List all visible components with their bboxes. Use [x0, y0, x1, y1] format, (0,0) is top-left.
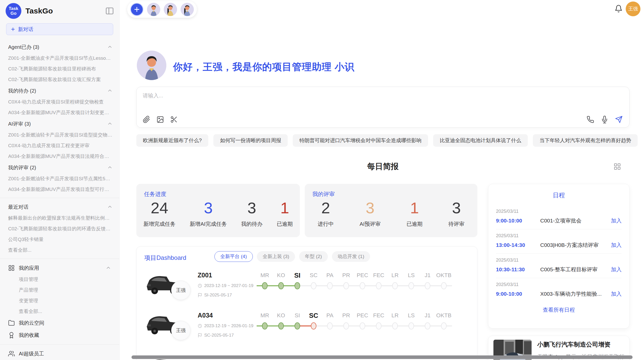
dashboard-filter-chip[interactable]: 动总开发 (1) — [332, 251, 370, 262]
join-link[interactable]: 加入 — [611, 290, 622, 297]
sidebar-task-item[interactable]: C0X4-动力总成开发项目工程变更评审 — [0, 140, 119, 151]
milestone-node[interactable] — [311, 322, 316, 329]
milestone-node[interactable] — [327, 322, 333, 329]
dashboard-filter-chip[interactable]: 全新上装 (3) — [257, 251, 295, 262]
join-link[interactable]: 加入 — [611, 242, 622, 249]
session-avatar-1[interactable] — [147, 3, 160, 16]
milestone-node[interactable] — [441, 322, 447, 329]
suggestion-chip[interactable]: 当下年轻人对汽车外观有怎样的喜好趋势 — [533, 134, 638, 147]
recent-chat-item[interactable]: C02-飞腾新能源轻客改款项目的闭环通告反馈情况 — [0, 223, 119, 234]
send-icon[interactable] — [615, 116, 623, 123]
sidebar-item-folder[interactable]: 我的云空间 — [0, 317, 119, 329]
sidebar-task-item[interactable]: A034-全新新能源MUV产品开发项目法规符合性评审 — [0, 151, 119, 162]
suggestion-chip[interactable]: 比亚迪全固态电池计划具体说了什么 — [433, 134, 528, 147]
notification-bell-icon[interactable] — [614, 5, 623, 13]
suggestion-chip[interactable]: 欧洲新规最近颁布了什么? — [136, 134, 208, 147]
sidebar-task-item[interactable]: C0X4-动力总成开发项目SI里程碑提交物检查 — [0, 97, 119, 107]
suggestion-chip[interactable]: 如何写一份清晰的项目周报 — [213, 134, 288, 147]
owner-avatar[interactable]: 王强 — [171, 281, 191, 300]
image-attach-icon[interactable] — [156, 116, 164, 123]
join-link[interactable]: 加入 — [611, 217, 622, 224]
sidebar-task-item[interactable]: C02-飞腾新能源轻客改款项目里程碑画布 — [0, 64, 119, 74]
milestone-label: FEC — [371, 311, 387, 320]
chevron-up-icon[interactable] — [107, 204, 113, 210]
milestone-node[interactable] — [408, 282, 414, 289]
milestone-node[interactable] — [360, 322, 365, 329]
recent-chats-header[interactable]: 最近对话 — [0, 201, 119, 213]
owner-avatar[interactable]: 王强 — [171, 321, 191, 340]
sidebar-section-header[interactable]: 我的评审 (2) — [0, 162, 119, 173]
milestone-node[interactable] — [392, 282, 398, 289]
chevron-up-icon[interactable] — [107, 121, 113, 127]
chevron-up-icon[interactable] — [106, 265, 111, 271]
chevron-up-icon[interactable] — [107, 88, 113, 94]
recent-chat-item[interactable]: 解释最新出台的欧盟报废车法规再生塑料比例被调至15%... — [0, 213, 119, 223]
composer-attachments — [143, 116, 178, 123]
new-session-button[interactable] — [130, 3, 143, 16]
milestone-node[interactable] — [295, 282, 300, 289]
recent-chat-item[interactable]: 公司Q3轻卡销量 — [0, 234, 119, 245]
project-code[interactable]: A034 — [198, 312, 257, 319]
milestone-node[interactable] — [343, 282, 349, 289]
dashboard-filter-chip[interactable]: 年型 (2) — [299, 251, 328, 262]
suggestion-chip[interactable]: 特朗普可能对进口汽车增税会对中国车企造成哪些影响 — [293, 134, 428, 147]
session-avatar-2[interactable] — [164, 3, 177, 16]
my-apps-header[interactable]: 我的应用 — [0, 262, 119, 274]
milestone-node-track — [403, 322, 419, 330]
view-all-schedule-link[interactable]: 查看所有日程 — [488, 306, 629, 313]
milestone-node[interactable] — [343, 322, 349, 329]
event-row: 9:00-10:00X003-车辆动力学性能验...加入 — [496, 290, 622, 297]
milestone-node[interactable] — [295, 322, 300, 329]
milestone-node[interactable] — [278, 282, 284, 289]
milestone-node[interactable] — [278, 322, 284, 329]
sidebar-section-header[interactable]: AI评审 (3) — [0, 118, 119, 130]
sidebar-section-header[interactable]: Agent已办 (3) — [0, 41, 119, 53]
recent-chat-item[interactable]: 查看全部... — [0, 245, 119, 256]
dashboard-filter-chip[interactable]: 全新平台 (4) — [214, 251, 253, 262]
sidebar-task-item[interactable]: A034-全新新能源MUV产品开发项目造型可行性评审 — [0, 184, 119, 195]
chevron-up-icon[interactable] — [107, 165, 113, 170]
scissors-icon[interactable] — [170, 116, 178, 123]
phone-icon[interactable] — [587, 116, 594, 123]
sidebar-task-item[interactable]: Z001-全新燃油皮卡产品开发项目SI节点Lesson Learn报告 — [0, 53, 119, 64]
stat-label: 已逾期 — [406, 220, 422, 228]
milestone-node[interactable] — [425, 282, 430, 289]
new-chat-button[interactable]: 新对话 — [6, 23, 113, 35]
session-avatar-3[interactable] — [181, 3, 194, 16]
microphone-icon[interactable] — [601, 116, 608, 123]
milestone-node[interactable] — [376, 282, 382, 289]
sidebar-task-item[interactable]: Z001-全新燃油轻卡产品开发项目SI节点属性5D文件评审 — [0, 173, 119, 184]
milestone-node[interactable] — [376, 322, 382, 329]
milestone-label: PEC — [354, 271, 371, 280]
app-item[interactable]: 查看全部... — [0, 306, 119, 317]
milestone: MR — [257, 271, 273, 308]
sidebar-section-header[interactable]: 我的待办 (2) — [0, 85, 119, 97]
sidebar-task-item[interactable]: C02-飞腾新能源轻客改款项目立项汇报方案 — [0, 74, 119, 85]
milestone-node[interactable] — [327, 282, 333, 289]
chat-input[interactable] — [143, 92, 585, 109]
app-item[interactable]: 变更管理 — [0, 295, 119, 306]
sidebar-item-award[interactable]: 我的收藏 — [0, 329, 119, 341]
user-avatar[interactable]: 王强 — [626, 2, 640, 16]
horizontal-scrollbar[interactable] — [131, 355, 633, 359]
milestone-node[interactable] — [262, 282, 268, 289]
milestone-node[interactable] — [311, 282, 316, 289]
briefing-layout-icon[interactable] — [613, 163, 621, 170]
join-link[interactable]: 加入 — [611, 266, 622, 273]
sidebar-item-users[interactable]: AI超级员工 — [0, 348, 119, 360]
users-icon — [8, 350, 15, 357]
app-item[interactable]: 项目管理 — [0, 274, 119, 285]
milestone-node[interactable] — [360, 282, 365, 289]
sidebar-task-item[interactable]: A034-全新新能源MUV产品开发项目计划变更表编写 — [0, 107, 119, 118]
chevron-up-icon[interactable] — [107, 44, 113, 50]
milestone-node[interactable] — [408, 322, 414, 329]
paperclip-icon[interactable] — [143, 116, 150, 123]
milestone-node[interactable] — [262, 322, 268, 329]
milestone-node[interactable] — [392, 322, 398, 329]
sidebar-task-item[interactable]: Z001-全新燃油轻卡产品开发项目SI造型提交物评审 — [0, 130, 119, 140]
milestone-node[interactable] — [441, 282, 447, 289]
milestone-node[interactable] — [425, 322, 430, 329]
app-item[interactable]: 产品管理 — [0, 285, 119, 295]
project-code[interactable]: Z001 — [198, 272, 257, 279]
sidebar-collapse-icon[interactable] — [105, 6, 114, 16]
